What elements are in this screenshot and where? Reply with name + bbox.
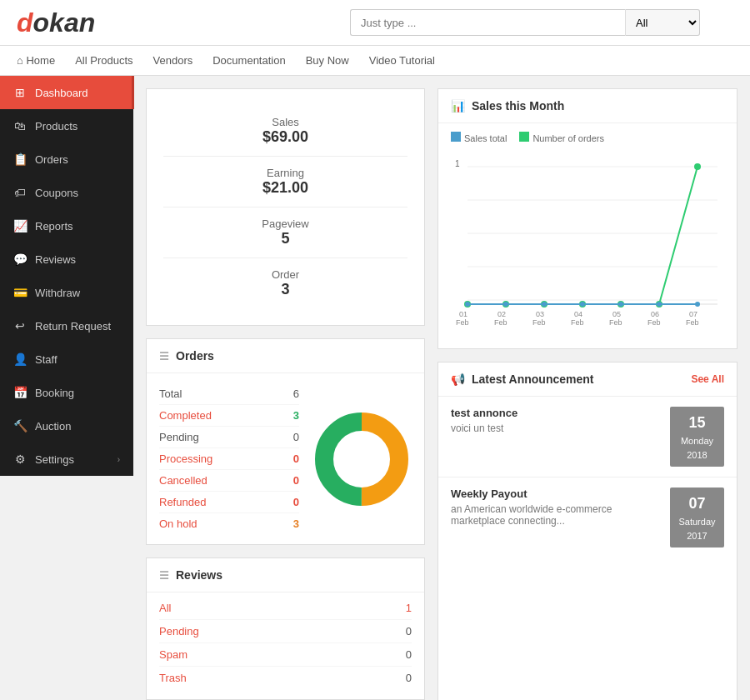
order-total-label: Total (159, 388, 182, 400)
order-processing-link[interactable]: Processing (159, 452, 212, 465)
orders-header: ☰ Orders (147, 339, 424, 373)
svg-text:01: 01 (459, 310, 468, 318)
settings-arrow: › (118, 455, 120, 464)
stat-order: Order 3 (163, 258, 408, 308)
review-spam-count: 0 (406, 648, 412, 661)
see-all-link[interactable]: See All (691, 373, 724, 385)
sidebar-item-reports[interactable]: 📈 Reports (0, 209, 133, 242)
sidebar-item-label-booking: Booking (35, 387, 74, 399)
nav-item-all-products[interactable]: All Products (65, 46, 142, 76)
sidebar-item-withdraw[interactable]: 💳 Withdraw (0, 276, 133, 309)
sidebar-item-label-reports: Reports (35, 220, 73, 232)
sidebar-item-staff[interactable]: 👤 Staff (0, 342, 133, 376)
order-onhold-count: 3 (293, 518, 299, 530)
order-pending-count: 0 (293, 431, 299, 443)
sales-value: $69.00 (163, 128, 408, 146)
review-all-link[interactable]: All (159, 602, 171, 614)
sidebar-item-booking[interactable]: 📅 Booking (0, 376, 133, 409)
search-bar: All Products Orders (350, 9, 700, 36)
ann-item-desc-1: an American worldwide e-commerce marketp… (451, 503, 660, 527)
sidebar-item-label-return: Return Request (35, 320, 111, 332)
ann-header-icon: 📢 (451, 372, 465, 386)
sidebar-item-reviews[interactable]: 💬 Reviews (0, 242, 133, 276)
search-select[interactable]: All Products Orders (625, 9, 700, 36)
nav-item-home[interactable]: ⌂ Home (17, 46, 65, 76)
svg-text:07: 07 (689, 310, 698, 318)
ann-day-0: 15 (678, 412, 716, 434)
ann-year-1: 2017 (687, 531, 707, 541)
staff-icon: 👤 (13, 352, 27, 366)
announcements-card: 📢 Latest Announcement See All test annon… (438, 362, 738, 700)
order-cancelled-count: 0 (293, 474, 299, 487)
legend-green-box: Number of orders (519, 132, 604, 143)
sidebar-item-label-dashboard: Dashboard (35, 87, 88, 99)
order-label: Order (163, 268, 408, 281)
reviews-card: ☰ Reviews All 1 Pending 0 Spam 0 (146, 558, 425, 700)
nav-item-vendors[interactable]: Vendors (143, 46, 203, 76)
sidebar-item-label-products: Products (35, 120, 78, 132)
order-row-completed: Completed 3 (159, 405, 299, 427)
svg-text:Feb: Feb (648, 318, 661, 327)
sidebar-item-auction[interactable]: 🔨 Auction (0, 409, 133, 442)
reviews-body: All 1 Pending 0 Spam 0 Trash 0 (147, 592, 424, 699)
ann-content-0: test annonce voici un test (451, 407, 660, 467)
sidebar-item-coupons[interactable]: 🏷 Coupons (0, 176, 133, 209)
pageview-label: Pageview (163, 218, 408, 230)
ann-header-left: 📢 Latest Announcement (451, 372, 594, 386)
order-row-onhold: On hold 3 (159, 513, 299, 534)
ann-item-title-1: Weekly Payout (451, 488, 660, 500)
svg-text:Feb: Feb (494, 318, 508, 327)
sidebar-item-settings[interactable]: ⚙ Settings › (0, 442, 133, 476)
svg-text:1: 1 (455, 159, 460, 168)
order-refunded-link[interactable]: Refunded (159, 496, 206, 508)
ann-item-title-0: test annonce (451, 407, 660, 419)
reports-icon: 📈 (13, 219, 27, 232)
search-input[interactable] (350, 9, 625, 36)
svg-point-23 (695, 302, 700, 307)
sidebar-item-dashboard[interactable]: ⊞ Dashboard (0, 76, 133, 109)
review-pending-count: 0 (406, 625, 412, 638)
svg-text:Feb: Feb (532, 318, 546, 327)
stats-card: Sales $69.00 Earning $21.00 Pageview 5 O… (146, 88, 425, 326)
ann-title-text: Latest Announcement (472, 372, 594, 386)
svg-text:Feb: Feb (686, 318, 699, 327)
order-onhold-link[interactable]: On hold (159, 518, 198, 530)
nav-item-documentation[interactable]: Documentation (202, 46, 295, 76)
announcement-item-1: Weekly Payout an American worldwide e-co… (438, 478, 737, 558)
order-row-cancelled: Cancelled 0 (159, 470, 299, 492)
sidebar-item-return-request[interactable]: ↩ Return Request (0, 309, 133, 342)
order-row-total: Total 6 (159, 383, 299, 405)
logo-rest: okan (33, 8, 96, 38)
content: Sales $69.00 Earning $21.00 Pageview 5 O… (133, 76, 750, 700)
svg-point-17 (465, 302, 470, 307)
orders-header-icon: ☰ (159, 350, 169, 362)
sidebar-item-products[interactable]: 🛍 Products (0, 109, 133, 142)
nav-item-buy-now[interactable]: Buy Now (296, 46, 359, 76)
ann-item-desc-0: voici un test (451, 422, 660, 434)
sidebar-item-label-coupons: Coupons (35, 187, 78, 199)
review-pending-link[interactable]: Pending (159, 625, 199, 638)
logo: dokan (17, 8, 95, 38)
sidebar-item-label-auction: Auction (35, 420, 71, 432)
right-panel: 📊 Sales this Month Sales total Number of… (438, 88, 738, 700)
withdraw-icon: 💳 (13, 286, 27, 299)
sidebar-item-orders[interactable]: 📋 Orders (0, 142, 133, 176)
order-completed-link[interactable]: Completed (159, 409, 212, 422)
sales-chart-icon: 📊 (451, 99, 465, 112)
ann-weekday-0: Monday (681, 436, 713, 446)
chart-legend: Sales total Number of orders (451, 132, 724, 143)
svg-text:02: 02 (498, 310, 506, 318)
review-trash-link[interactable]: Trash (159, 672, 187, 684)
svg-point-21 (618, 302, 623, 307)
review-all-count: 1 (406, 602, 412, 614)
review-spam-link[interactable]: Spam (159, 648, 188, 661)
order-stats: Total 6 Completed 3 Pending 0 Processi (159, 383, 299, 534)
sales-chart-card: 📊 Sales this Month Sales total Number of… (438, 88, 738, 349)
nav-item-video-tutorial[interactable]: Video Tutorial (359, 46, 445, 76)
sidebar-wrapper: ⊞ Dashboard 🛍 Products 📋 Orders 🏷 Coupon… (0, 76, 133, 700)
order-total-count: 6 (293, 388, 299, 400)
order-cancelled-link[interactable]: Cancelled (159, 474, 208, 487)
coupons-icon: 🏷 (13, 186, 27, 199)
stat-pageview: Pageview 5 (163, 208, 408, 258)
svg-text:Feb: Feb (456, 318, 469, 327)
